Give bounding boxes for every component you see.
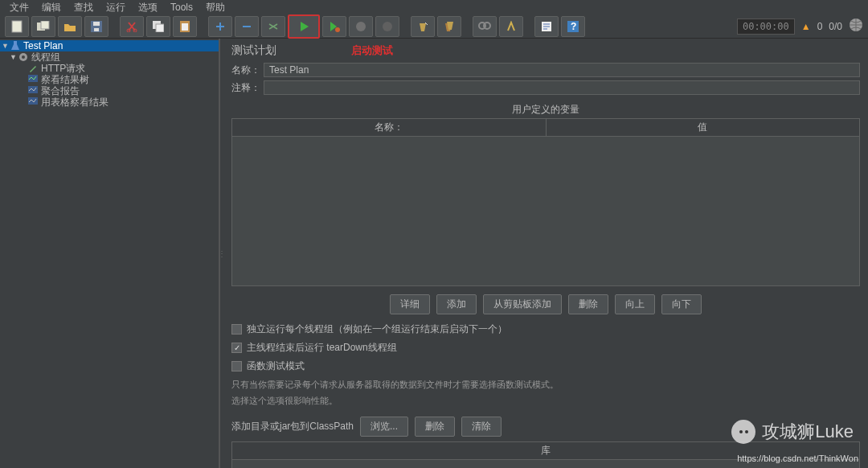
- user-vars-header: 名称： 值: [231, 118, 860, 137]
- pipette-icon: [27, 64, 39, 73]
- active-threads: 0/0: [829, 21, 842, 32]
- functional-mode-label: 函数测试模式: [247, 359, 305, 373]
- svg-rect-9: [156, 24, 164, 32]
- copy-icon[interactable]: [146, 16, 170, 37]
- down-button[interactable]: 向下: [661, 294, 702, 314]
- scope-icon: [27, 86, 39, 96]
- teardown-label: 主线程结束后运行 tearDown线程组: [247, 341, 397, 355]
- user-vars-table[interactable]: [231, 137, 860, 286]
- toggle-icon[interactable]: [261, 16, 285, 37]
- expand-toggle-icon[interactable]: ▼: [2, 42, 10, 50]
- editor-panel: 测试计划 启动测试 名称： 注释： 用户定义的变量 名称： 值 详细 添加 从剪…: [223, 39, 868, 468]
- functional-mode-checkbox[interactable]: [231, 361, 242, 372]
- warning-icon[interactable]: ▲: [801, 21, 811, 32]
- tree-node-aggregate-report[interactable]: 聚合报告: [0, 85, 219, 96]
- function-icon[interactable]: [499, 16, 523, 37]
- new-icon[interactable]: [5, 16, 29, 37]
- svg-rect-11: [182, 23, 188, 31]
- up-button[interactable]: 向上: [615, 294, 655, 314]
- add-from-clipboard-button[interactable]: 从剪贴板添加: [483, 294, 562, 314]
- templates-icon[interactable]: [31, 16, 55, 37]
- paste-icon[interactable]: [173, 16, 197, 37]
- watermark: 攻城狮Luke: [731, 420, 854, 444]
- cut-icon[interactable]: [120, 16, 144, 37]
- plus-icon[interactable]: [208, 16, 232, 37]
- minus-icon[interactable]: [235, 16, 259, 37]
- svg-rect-5: [94, 28, 99, 31]
- shutdown-button[interactable]: [375, 16, 399, 37]
- detail-button[interactable]: 详细: [390, 294, 430, 314]
- start-no-timers-button[interactable]: [322, 16, 346, 37]
- col-value[interactable]: 值: [547, 119, 860, 136]
- functional-note-1: 只有当你需要记录每个请求从服务器取得的数据到文件时才需要选择函数测试模式。: [231, 378, 860, 392]
- annotation-label: 启动测试: [351, 44, 393, 56]
- clear-icon[interactable]: [411, 16, 435, 37]
- menu-tools[interactable]: Tools: [164, 2, 199, 13]
- globe-icon[interactable]: [849, 18, 863, 35]
- svg-rect-4: [93, 22, 100, 26]
- svg-rect-2: [41, 21, 49, 29]
- menu-edit[interactable]: 编辑: [35, 1, 68, 14]
- menu-file[interactable]: 文件: [3, 1, 35, 14]
- expand-toggle-icon[interactable]: ▼: [10, 53, 18, 61]
- serialize-threadgroups-checkbox[interactable]: [231, 324, 242, 335]
- menu-options[interactable]: 选项: [132, 1, 164, 14]
- col-name[interactable]: 名称：: [232, 119, 547, 136]
- classpath-label: 添加目录或jar包到ClassPath: [231, 420, 354, 433]
- flask-icon: [10, 41, 21, 51]
- cp-clear-button[interactable]: 清除: [461, 417, 502, 437]
- stop-button[interactable]: [349, 16, 373, 37]
- svg-point-14: [383, 22, 392, 31]
- menu-search[interactable]: 查找: [68, 1, 100, 14]
- svg-text:?: ?: [571, 21, 576, 32]
- open-icon[interactable]: [58, 16, 82, 37]
- functional-note-2: 选择这个选项很影响性能。: [231, 394, 860, 408]
- gear-icon: [18, 52, 29, 62]
- help-icon[interactable]: ?: [561, 16, 585, 37]
- tree-node-http-request[interactable]: HTTP请求: [0, 63, 219, 74]
- warning-count: 0: [817, 21, 823, 32]
- comment-input[interactable]: [264, 80, 860, 95]
- serialize-threadgroups-label: 独立运行每个线程组（例如在一个组运行结束后启动下一个）: [247, 322, 507, 336]
- svg-point-13: [356, 22, 366, 31]
- clear-all-icon[interactable]: [437, 16, 461, 37]
- menu-bar: 文件 编辑 查找 运行 选项 Tools 帮助: [0, 0, 868, 14]
- elapsed-timer: 00:00:00: [737, 18, 795, 35]
- tree-node-results-tree[interactable]: 察看结果树: [0, 74, 219, 85]
- start-button[interactable]: [288, 14, 320, 39]
- svg-rect-0: [12, 21, 22, 32]
- menu-run[interactable]: 运行: [100, 1, 132, 14]
- delete-button[interactable]: 删除: [568, 294, 608, 314]
- search-icon[interactable]: [473, 16, 497, 37]
- user-vars-title: 用户定义的变量: [231, 98, 860, 118]
- cp-delete-button[interactable]: 删除: [415, 417, 455, 437]
- watermark-text: 攻城狮Luke: [762, 420, 854, 444]
- scope-icon: [27, 75, 39, 84]
- panel-title: 测试计划: [231, 43, 276, 58]
- tree-node-threadgroup[interactable]: ▼ 线程组: [0, 51, 219, 63]
- log-icon[interactable]: [534, 16, 559, 37]
- save-icon[interactable]: [84, 16, 108, 37]
- comment-label: 注释：: [231, 81, 264, 95]
- scope-icon: [27, 97, 39, 107]
- teardown-checkbox[interactable]: [231, 343, 242, 353]
- wechat-icon: [731, 420, 755, 444]
- svg-point-12: [335, 27, 340, 32]
- name-input[interactable]: [264, 63, 860, 77]
- menu-help[interactable]: 帮助: [199, 1, 231, 14]
- credit-url: https://blog.csdn.net/ThinkWon: [737, 454, 858, 463]
- name-label: 名称：: [231, 64, 264, 77]
- tree-node-table-results[interactable]: 用表格察看结果: [0, 96, 219, 108]
- browse-button[interactable]: 浏览...: [360, 417, 408, 437]
- test-plan-tree[interactable]: ▼ Test Plan ▼ 线程组 HTTP请求 察看结果树 聚合报告 用表: [0, 39, 220, 468]
- toolbar: ? 00:00:00 ▲ 0 0/0: [0, 14, 868, 39]
- svg-point-22: [22, 55, 25, 59]
- add-button[interactable]: 添加: [436, 294, 477, 314]
